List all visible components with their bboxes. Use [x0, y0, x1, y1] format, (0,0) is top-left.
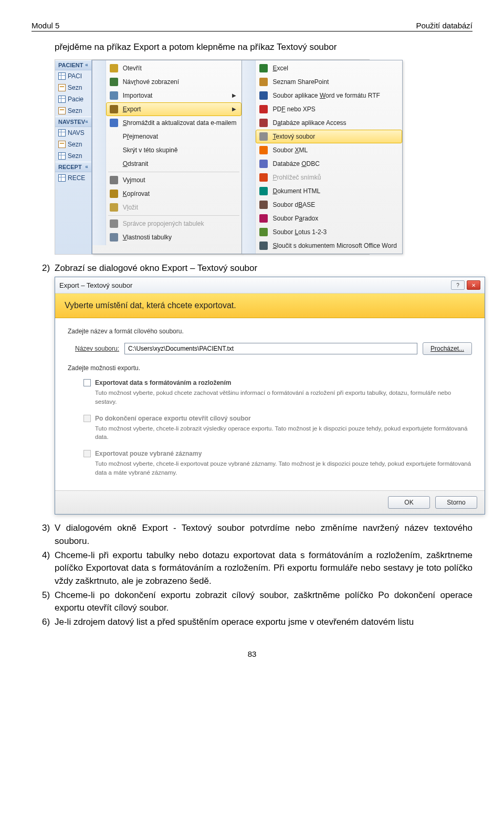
nav-group-header[interactable]: NAVSTEV«	[55, 117, 91, 127]
export-submenu-item[interactable]: Dokument HTML	[256, 184, 402, 198]
export-submenu-item[interactable]: Soubor Lotus 1-2-3	[256, 225, 402, 239]
submenu-arrow-icon: ▶	[232, 106, 236, 112]
filename-input[interactable]	[124, 343, 417, 354]
menu-item-label: Sloučit s dokumentem Microsoft Office Wo…	[272, 242, 396, 249]
intro-text: přejděme na příkaz Export a potom klepně…	[55, 41, 472, 54]
menu-item-icon	[259, 145, 268, 155]
export-submenu-item[interactable]: Excel	[256, 61, 402, 75]
table-icon	[58, 96, 66, 103]
menu-item-label: Správce propojených tabulek	[123, 220, 237, 227]
export-submenu-item: Prohlížeč snímků	[256, 171, 402, 184]
option-title: Exportovat pouze vybrané záznamy	[95, 450, 202, 457]
context-menu-item[interactable]: Importovat▶	[106, 89, 242, 102]
context-menu-item[interactable]: Přejmenovat	[106, 130, 242, 143]
menu-item-label: Vyjmout	[123, 176, 237, 184]
menu-item-label: Skrýt v této skupině	[123, 146, 237, 154]
menu-item-icon	[109, 189, 119, 198]
menu-item-label: Vložit	[123, 204, 237, 211]
menu-item-label: Soubor XML	[272, 146, 396, 154]
nav-item[interactable]: Sezn	[55, 150, 91, 162]
export-submenu-item[interactable]: Databáze aplikace Access	[256, 116, 402, 130]
menu-item-label: Soubor Lotus 1-2-3	[272, 228, 396, 236]
context-menu-item[interactable]: Shromáždit a aktualizovat data e-mailem	[106, 116, 242, 130]
menu-item-icon	[259, 132, 268, 141]
export-submenu-item[interactable]: Databáze ODBC	[256, 157, 402, 171]
form-icon	[58, 84, 66, 91]
menu-item-label: Seznam SharePoint	[272, 78, 396, 86]
option-title: Exportovat data s formátováním a rozlože…	[95, 379, 231, 386]
context-menu-item[interactable]: Vyjmout	[106, 173, 242, 187]
export-submenu-item[interactable]: PDF nebo XPS	[256, 102, 402, 116]
export-submenu-item[interactable]: Seznam SharePoint	[256, 75, 402, 89]
menu-item-icon	[109, 175, 119, 185]
nav-item[interactable]: Sezn	[55, 139, 91, 150]
context-menu-item[interactable]: Návrhové zobrazení	[106, 75, 242, 89]
dialog-banner: Vyberte umístění dat, která chcete expor…	[55, 293, 485, 318]
header-left: Modul 5	[32, 21, 59, 30]
menu-item-label: Vlastnosti tabulky	[123, 234, 237, 241]
dialog-title: Export – Textový soubor	[59, 281, 132, 289]
menu-item-icon	[259, 104, 268, 114]
context-menu-main: OtevřítNávrhové zobrazeníImportovat▶Expo…	[92, 60, 243, 254]
export-submenu-item[interactable]: Soubor dBASE	[256, 198, 402, 212]
help-button[interactable]: ?	[451, 280, 465, 290]
browse-button[interactable]: Procházet...	[423, 342, 472, 355]
context-menu-item[interactable]: Odstranit	[106, 157, 242, 171]
menu-item-label: Návrhové zobrazení	[123, 78, 237, 86]
menu-item-icon	[109, 77, 119, 87]
menu-item-icon	[259, 64, 268, 73]
submenu-arrow-icon: ▶	[232, 92, 236, 98]
ok-button[interactable]: OK	[388, 496, 430, 509]
menu-item-icon	[259, 227, 268, 237]
table-icon	[58, 152, 66, 160]
menu-item-icon	[259, 173, 268, 182]
context-menu-item: Vložit	[106, 201, 242, 214]
context-menu-item[interactable]: Skrýt v této skupině	[106, 143, 242, 157]
export-submenu-item[interactable]: Soubor aplikace Word ve formátu RTF	[256, 89, 402, 102]
context-menu-item[interactable]: Export▶	[106, 102, 242, 116]
menu-item-icon	[109, 91, 119, 100]
step-3: 3) V dialogovém okně Export - Textový so…	[42, 522, 472, 548]
step-4: 4) Chceme-li při exportu tabulky nebo do…	[42, 549, 472, 588]
nav-group-header[interactable]: PACIENT«	[55, 60, 91, 70]
menu-item-label: Soubor aplikace Word ve formátu RTF	[272, 92, 396, 99]
menu-item-icon	[259, 118, 268, 128]
nav-item[interactable]: Pacie	[55, 93, 91, 105]
context-menu-item[interactable]: Vlastnosti tabulky	[106, 230, 242, 244]
nav-item[interactable]: Sezn	[55, 105, 91, 117]
menu-separator	[108, 215, 240, 216]
checkbox	[83, 450, 91, 457]
menu-item-icon	[109, 104, 119, 114]
export-submenu-item[interactable]: Soubor XML	[256, 143, 402, 157]
menu-item-label: Dokument HTML	[272, 187, 396, 195]
menu-item-icon	[259, 159, 268, 169]
form-icon	[58, 141, 66, 148]
header-rule	[32, 31, 472, 32]
context-menu-item[interactable]: Otevřít	[106, 61, 242, 75]
step-6: 6) Je-li zdrojem datový list a před spuš…	[42, 616, 472, 629]
export-submenu-item[interactable]: Sloučit s dokumentem Microsoft Office Wo…	[256, 239, 402, 253]
cancel-button[interactable]: Storno	[435, 496, 477, 509]
nav-item[interactable]: NAVS	[55, 127, 91, 139]
nav-item[interactable]: Sezn	[55, 82, 91, 93]
filename-label: Název souboru:	[75, 345, 119, 352]
dialog-subtitle-1: Zadejte název a formát cílového souboru.	[68, 328, 472, 335]
menu-item-label: Importovat	[123, 92, 228, 99]
menu-item-icon	[109, 64, 119, 73]
menu-item-label: Otevřít	[123, 65, 237, 72]
menu-item-label: Odstranit	[123, 160, 237, 167]
close-button[interactable]: ✕	[467, 280, 480, 290]
menu-item-label: Soubor dBASE	[272, 201, 396, 208]
export-submenu-item[interactable]: Soubor Paradox	[256, 212, 402, 225]
context-menu-item[interactable]: Kopírovat	[106, 187, 242, 201]
menu-item-icon	[259, 241, 268, 250]
menu-item-label: Přejmenovat	[123, 133, 237, 140]
nav-item[interactable]: PACI	[55, 70, 91, 82]
form-icon	[58, 107, 66, 114]
export-option: Exportovat pouze vybrané záznamyTuto mož…	[83, 450, 472, 477]
nav-group-header[interactable]: RECEPT«	[55, 162, 91, 172]
nav-item[interactable]: RECE	[55, 172, 91, 184]
export-submenu-item[interactable]: Textový soubor	[256, 130, 402, 143]
menu-item-label: Textový soubor	[272, 133, 396, 140]
checkbox[interactable]	[83, 379, 91, 386]
